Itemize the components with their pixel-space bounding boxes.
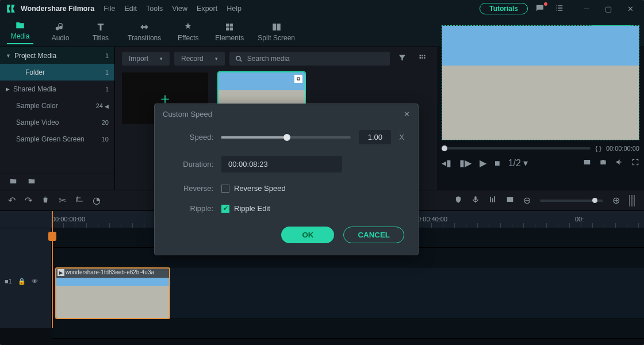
- menu-edit[interactable]: Edit: [124, 5, 137, 13]
- search-input[interactable]: Search media: [229, 52, 390, 66]
- dialog-close-icon[interactable]: ✕: [404, 110, 410, 118]
- track-id: ■1: [5, 278, 12, 285]
- close-button[interactable]: ✕: [620, 0, 641, 17]
- track-height-icon[interactable]: [629, 195, 636, 206]
- sidebar-item-count: 1: [105, 69, 109, 76]
- volume-icon[interactable]: [615, 158, 623, 168]
- app-title: Wondershare Filmora: [21, 5, 94, 13]
- reverse-label: Reverse:: [168, 184, 213, 193]
- app-logo-icon: [6, 3, 16, 14]
- tab-transitions[interactable]: Transitions: [128, 22, 161, 42]
- sidebar-item-count: 1: [105, 86, 109, 93]
- tab-transitions-label: Transitions: [128, 34, 161, 42]
- cancel-button[interactable]: CANCEL: [343, 227, 404, 243]
- stop-icon[interactable]: ■: [494, 158, 500, 168]
- title-icons: [534, 3, 566, 14]
- ruler-tick: 00:00:40:00: [414, 216, 447, 223]
- playhead[interactable]: [52, 211, 53, 328]
- svg-point-0: [602, 161, 604, 163]
- preview-seekbar[interactable]: { } 00:00:00:00: [442, 144, 639, 153]
- chevron-down-icon: ▾: [160, 56, 163, 62]
- fullscreen-icon[interactable]: [631, 158, 639, 168]
- folder-icon[interactable]: [28, 177, 36, 187]
- tab-elements[interactable]: Elements: [215, 22, 244, 42]
- sidebar-item-label: Shared Media: [13, 85, 56, 93]
- voiceover-icon[interactable]: [471, 195, 480, 206]
- tab-audio[interactable]: Audio: [47, 22, 74, 42]
- sidebar-item-label: Sample Video: [16, 118, 59, 126]
- speed-icon[interactable]: ◔: [93, 195, 101, 206]
- tab-media[interactable]: Media: [7, 20, 33, 44]
- tab-audio-label: Audio: [52, 34, 70, 42]
- zoom-label: 1/2: [508, 158, 521, 168]
- play-pause-icon[interactable]: ▮▶: [459, 158, 471, 168]
- audio-mixer-icon[interactable]: [489, 195, 497, 206]
- tutorials-button[interactable]: Tutorials: [480, 3, 528, 14]
- delete-icon[interactable]: [41, 195, 49, 206]
- tasks-icon[interactable]: [553, 3, 566, 14]
- menu-view[interactable]: View: [172, 5, 187, 13]
- chevron-right-icon: ▶: [6, 86, 10, 92]
- ripple-checkbox[interactable]: ✔: [221, 205, 229, 213]
- play-icon[interactable]: ▶: [480, 158, 486, 168]
- sidebar-item-sample-color[interactable]: Sample Color 24 ◀: [0, 97, 114, 114]
- sidebar-item-sample-video[interactable]: Sample Video 20: [0, 114, 114, 131]
- sidebar-item-project-media[interactable]: ▼Project Media 1: [0, 47, 114, 64]
- redo-icon[interactable]: ↷: [25, 195, 32, 206]
- media-toolbar: Import▾ Record▾ Search media: [122, 47, 430, 70]
- record-dropdown[interactable]: Record▾: [174, 52, 225, 66]
- speed-value[interactable]: 1.00: [359, 130, 391, 144]
- preview-timecode: 00:00:00:00: [606, 145, 639, 152]
- crop-icon[interactable]: [75, 195, 83, 206]
- new-folder-icon[interactable]: [9, 177, 17, 187]
- quality-icon[interactable]: [583, 158, 591, 168]
- timeline-zoom-slider[interactable]: [540, 200, 603, 202]
- title-bar: Wondershare Filmora File Edit Tools View…: [0, 0, 644, 17]
- lock-icon[interactable]: 🔒: [18, 278, 26, 285]
- tab-elements-label: Elements: [215, 34, 244, 42]
- tab-titles[interactable]: Titles: [87, 22, 114, 42]
- ruler-tick: 00:00:00:00: [52, 216, 85, 223]
- import-label: Import: [129, 55, 148, 63]
- sidebar-item-count: 24: [96, 102, 103, 109]
- snapshot-icon[interactable]: [599, 158, 607, 168]
- ok-button[interactable]: OK: [281, 227, 334, 243]
- messages-icon[interactable]: [534, 3, 546, 14]
- menu-file[interactable]: File: [103, 5, 115, 13]
- timeline-clip[interactable]: ▶wondershare-1fd83eeb-e62b-4u3a: [55, 267, 170, 319]
- zoom-level[interactable]: 1/2 ▾: [508, 158, 528, 168]
- menu-help[interactable]: Help: [227, 5, 241, 13]
- grid-view-icon[interactable]: [415, 53, 430, 64]
- import-dropdown[interactable]: Import▾: [122, 52, 170, 66]
- tab-splitscreen[interactable]: Split Screen: [258, 22, 295, 42]
- sidebar-item-folder[interactable]: Folder 1: [0, 64, 114, 80]
- reverse-checkbox[interactable]: [221, 185, 229, 193]
- tab-titles-label: Titles: [93, 34, 109, 42]
- maximize-button[interactable]: ▢: [598, 0, 619, 17]
- filter-icon[interactable]: [394, 53, 410, 64]
- marker-icon[interactable]: [454, 195, 462, 206]
- duration-label: Duration:: [168, 160, 213, 168]
- preview-viewport[interactable]: [442, 25, 639, 140]
- visibility-icon[interactable]: 👁: [32, 278, 38, 285]
- minimize-button[interactable]: ─: [576, 0, 597, 17]
- search-placeholder: Search media: [247, 55, 290, 63]
- keyframe-icon[interactable]: [506, 195, 514, 206]
- search-icon: [235, 55, 243, 63]
- sidebar-item-label: Sample Color: [16, 102, 58, 110]
- duration-input[interactable]: 00:00:08:23: [221, 156, 342, 172]
- step-back-icon[interactable]: ◂▮: [442, 158, 451, 168]
- sidebar-item-shared-media[interactable]: ▶Shared Media 1: [0, 80, 114, 97]
- tab-effects[interactable]: Effects: [175, 22, 201, 42]
- split-icon[interactable]: ✂: [59, 195, 66, 206]
- clip-play-icon: ▶: [57, 269, 64, 276]
- menu-export[interactable]: Export: [197, 5, 217, 13]
- undo-icon[interactable]: ↶: [8, 195, 16, 206]
- zoom-out-icon[interactable]: ⊖: [523, 195, 531, 206]
- zoom-in-icon[interactable]: ⊕: [612, 195, 620, 206]
- chevron-left-icon: ◀: [105, 103, 109, 109]
- menu-tools[interactable]: Tools: [146, 5, 163, 13]
- speed-slider[interactable]: [221, 136, 351, 139]
- preview-panel: { } 00:00:00:00 ◂▮ ▮▶ ▶ ■ 1/2 ▾: [442, 25, 639, 175]
- sidebar-item-sample-green[interactable]: Sample Green Screen 10: [0, 131, 114, 147]
